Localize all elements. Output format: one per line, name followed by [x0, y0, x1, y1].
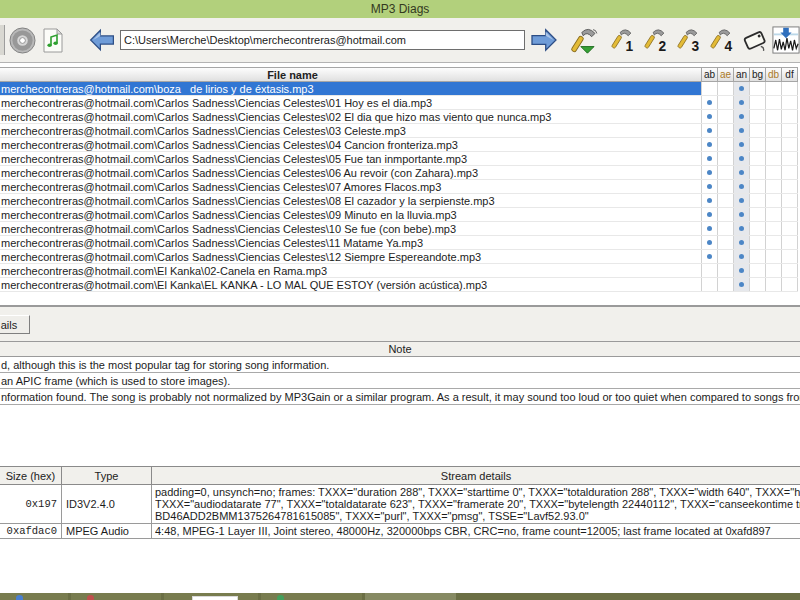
file-row[interactable]: merchecontreras@hotmail.com\Carlos Sadne…	[0, 110, 798, 124]
flag-cell-bg	[750, 96, 766, 109]
file-row[interactable]: merchecontreras@hotmail.com\Carlos Sadne…	[0, 166, 798, 180]
taskbar-button[interactable]	[261, 593, 362, 600]
file-row[interactable]: merchecontreras@hotmail.com\Carlos Sadne…	[0, 152, 798, 166]
title-bar[interactable]: MP3 Diags	[0, 0, 800, 18]
flag-column-header-db[interactable]: db	[766, 68, 782, 81]
flag-cell-an	[734, 82, 750, 95]
custom-transform-1-icon: 1	[611, 25, 637, 55]
file-name: merchecontreras@hotmail.com\Carlos Sadne…	[0, 138, 702, 151]
flag-cell-bg	[750, 110, 766, 123]
file-row[interactable]: merchecontreras@hotmail.com\boza de liri…	[0, 82, 798, 96]
flag-cell-db	[766, 208, 782, 221]
flag-cell-df	[782, 208, 798, 221]
taskbar-button[interactable]	[0, 593, 68, 600]
file-row[interactable]: merchecontreras@hotmail.com\El Kanka\02-…	[0, 264, 798, 278]
details-button[interactable]: ails	[0, 315, 30, 334]
flag-cell-db	[766, 96, 782, 109]
flag-cell-df	[782, 110, 798, 123]
flag-cell-ab	[702, 278, 718, 291]
file-row[interactable]: merchecontreras@hotmail.com\Carlos Sadne…	[0, 236, 798, 250]
custom-transform-1-button[interactable]: 1	[611, 25, 637, 55]
stream-row[interactable]: 0xafdac0MPEG Audio4:48, MPEG-1 Layer III…	[0, 524, 800, 539]
file-row[interactable]: merchecontreras@hotmail.com\Carlos Sadne…	[0, 96, 798, 110]
note-dot-icon	[707, 142, 712, 147]
file-row[interactable]: merchecontreras@hotmail.com\Carlos Sadne…	[0, 124, 798, 138]
toolbar: 1 2 3 4	[0, 18, 800, 63]
next-folder-button[interactable]	[530, 28, 558, 52]
note-row[interactable]: nformation found. The song is probably n…	[0, 389, 800, 405]
file-name: merchecontreras@hotmail.com\Carlos Sadne…	[0, 222, 702, 235]
file-name: merchecontreras@hotmail.com\Carlos Sadne…	[0, 180, 702, 193]
flag-cell-df	[782, 250, 798, 263]
flag-cell-df	[782, 82, 798, 95]
music-file-button[interactable]	[43, 28, 63, 53]
flag-cell-db	[766, 180, 782, 193]
file-name: merchecontreras@hotmail.com\Carlos Sadne…	[0, 110, 702, 123]
folder-path-input[interactable]	[120, 30, 525, 50]
taskbar-button[interactable]	[71, 593, 161, 600]
normalize-button[interactable]	[772, 26, 800, 54]
custom-transform-3-button[interactable]: 3	[677, 25, 703, 55]
flag-cell-db	[766, 166, 782, 179]
stream-details: 4:48, MPEG-1 Layer III, Joint stereo, 48…	[152, 524, 800, 538]
cd-button[interactable]	[9, 27, 36, 54]
custom-transform-4-button[interactable]: 4	[710, 25, 736, 55]
tag-editor-button[interactable]	[741, 26, 768, 54]
file-row[interactable]: merchecontreras@hotmail.com\El Kanka\EL …	[0, 278, 798, 292]
flag-cell-bg	[750, 82, 766, 95]
file-row[interactable]: merchecontreras@hotmail.com\Carlos Sadne…	[0, 180, 798, 194]
flag-cell-db	[766, 110, 782, 123]
flag-column-header-ab[interactable]: ab	[702, 68, 718, 81]
flag-cell-ab	[702, 236, 718, 249]
stream-row[interactable]: 0x197ID3V2.4.0padding=0, unsynch=no; fra…	[0, 485, 800, 524]
flag-cell-db	[766, 138, 782, 151]
note-row[interactable]: an APIC frame (which is used to store im…	[0, 373, 800, 389]
note-dot-icon	[739, 282, 744, 287]
stream-rows: 0x197ID3V2.4.0padding=0, unsynch=no; fra…	[0, 485, 800, 539]
note-dot-icon	[707, 170, 712, 175]
flag-cell-df	[782, 96, 798, 109]
file-name: merchecontreras@hotmail.com\Carlos Sadne…	[0, 96, 702, 109]
flag-cell-ae	[718, 124, 734, 137]
apply-transforms-button[interactable]	[570, 24, 603, 56]
file-row[interactable]: merchecontreras@hotmail.com\Carlos Sadne…	[0, 138, 798, 152]
file-row[interactable]: merchecontreras@hotmail.com\Carlos Sadne…	[0, 208, 798, 222]
note-dot-icon	[707, 128, 712, 133]
previous-folder-button[interactable]	[89, 28, 115, 52]
note-dot-icon	[739, 114, 744, 119]
file-row[interactable]: merchecontreras@hotmail.com\Carlos Sadne…	[0, 194, 798, 208]
flag-cell-an	[734, 236, 750, 249]
type-column-header[interactable]: Type	[62, 467, 152, 484]
taskbar-button[interactable]	[365, 593, 456, 600]
stream-size: 0x197	[0, 485, 62, 523]
flag-cell-db	[766, 236, 782, 249]
file-name-column-header[interactable]: File name	[0, 68, 702, 81]
forward-arrow-icon	[530, 28, 558, 52]
flag-cell-ab	[702, 110, 718, 123]
custom-transform-4-icon: 4	[710, 25, 736, 55]
flag-cell-an	[734, 222, 750, 235]
custom-transform-2-button[interactable]: 2	[644, 25, 670, 55]
flag-cell-db	[766, 264, 782, 277]
stream-type: ID3V2.4.0	[62, 485, 152, 523]
flag-cell-bg	[750, 264, 766, 277]
transform-number: 1	[626, 39, 634, 54]
flag-column-header-df[interactable]: df	[782, 68, 798, 81]
size-column-header[interactable]: Size (hex)	[0, 467, 62, 484]
flag-cell-df	[782, 180, 798, 193]
flag-column-header-an[interactable]: an	[734, 68, 750, 81]
flag-cell-bg	[750, 194, 766, 207]
flag-cell-db	[766, 124, 782, 137]
flag-cell-ab	[702, 82, 718, 95]
stream-details-column-header[interactable]: Stream details	[152, 467, 800, 484]
note-row[interactable]: d, although this is the most popular tag…	[0, 357, 800, 373]
flag-cell-bg	[750, 250, 766, 263]
flag-column-header-bg[interactable]: bg	[750, 68, 766, 81]
taskbar-button[interactable]	[164, 593, 258, 600]
note-column-header[interactable]: Note	[0, 341, 800, 357]
file-row[interactable]: merchecontreras@hotmail.com\Carlos Sadne…	[0, 222, 798, 236]
clipped-toolbar-button[interactable]	[0, 25, 5, 55]
file-row[interactable]: merchecontreras@hotmail.com\Carlos Sadne…	[0, 250, 798, 264]
flag-column-header-ae[interactable]: ae	[718, 68, 734, 81]
flag-cell-ab	[702, 208, 718, 221]
